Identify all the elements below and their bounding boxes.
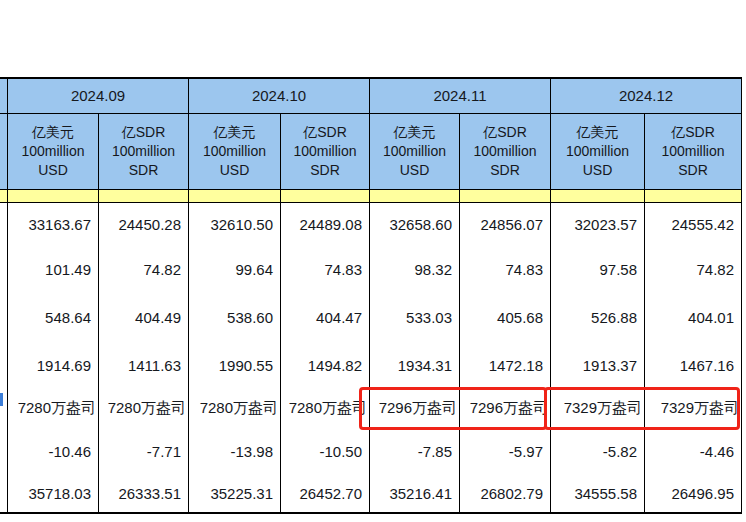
data-cell: 26333.51 <box>99 474 189 513</box>
band-cell <box>551 189 645 202</box>
data-cell: 26802.79 <box>460 474 551 513</box>
table-row: 548.64 404.49 538.60 404.47 533.03 405.6… <box>0 293 742 342</box>
unit-header-sdr: 亿SDR 100million SDR <box>645 113 742 189</box>
data-cell: 1934.31 <box>370 342 460 389</box>
data-cell: -5.97 <box>460 428 551 474</box>
data-cell: 98.32 <box>370 246 460 293</box>
highlight-box-2024-11 <box>359 387 547 430</box>
band-cell <box>8 189 99 202</box>
cutoff-blue-mark <box>0 393 3 406</box>
unit-line: 100million <box>8 142 98 161</box>
unit-line: 亿美元 <box>370 123 459 142</box>
data-cell: 34555.58 <box>551 474 645 513</box>
month-header-2024-09: 2024.09 <box>8 78 189 113</box>
data-cell: 1494.82 <box>281 342 370 389</box>
band-cell <box>370 189 460 202</box>
data-cell: -5.82 <box>551 428 645 474</box>
table-row: 101.49 74.82 99.64 74.83 98.32 74.83 97.… <box>0 246 742 293</box>
data-cell: 404.01 <box>645 293 742 342</box>
data-cell: -4.46 <box>645 428 742 474</box>
data-cell: 7280万盎司 <box>281 389 370 428</box>
table-row: 35718.03 26333.51 35225.31 26452.70 3521… <box>0 474 742 513</box>
unit-line: USD <box>8 161 98 180</box>
data-cell: 1467.16 <box>645 342 742 389</box>
data-cell: 35216.41 <box>370 474 460 513</box>
data-cell: 74.82 <box>645 246 742 293</box>
cutoff-column-sliver <box>0 428 8 474</box>
data-cell: -7.85 <box>370 428 460 474</box>
data-cell: 26496.95 <box>645 474 742 513</box>
band-cell <box>281 189 370 202</box>
table-row: 33163.67 24450.28 32610.50 24489.08 3265… <box>0 202 742 246</box>
data-cell: 35718.03 <box>8 474 99 513</box>
unit-line: USD <box>189 161 280 180</box>
unit-header-sdr: 亿SDR 100million SDR <box>99 113 189 189</box>
data-cell: 404.47 <box>281 293 370 342</box>
data-cell: 32610.50 <box>189 202 281 246</box>
data-cell: -13.98 <box>189 428 281 474</box>
table-row: 1914.69 1411.63 1990.55 1494.82 1934.31 … <box>0 342 742 389</box>
data-cell: 1990.55 <box>189 342 281 389</box>
unit-line: 亿SDR <box>281 123 369 142</box>
yellow-separator-row <box>0 189 742 202</box>
unit-line: 亿SDR <box>460 123 550 142</box>
data-cell: 24489.08 <box>281 202 370 246</box>
unit-line: 100million <box>551 142 644 161</box>
data-cell: 7280万盎司 <box>189 389 281 428</box>
cutoff-column-sliver <box>0 342 8 389</box>
unit-line: 100million <box>99 142 188 161</box>
cutoff-column-sliver <box>0 202 8 246</box>
data-cell: 404.49 <box>99 293 189 342</box>
data-cell: 32023.57 <box>551 202 645 246</box>
cutoff-column-sliver <box>0 474 8 513</box>
cutoff-column-sliver <box>0 246 8 293</box>
data-cell: 24856.07 <box>460 202 551 246</box>
data-cell: 7280万盎司 <box>8 389 99 428</box>
unit-line: 亿美元 <box>189 123 280 142</box>
unit-header-usd: 亿美元 100million USD <box>189 113 281 189</box>
reserves-table: 2024.09 2024.10 2024.11 2024.12 亿美元 100m… <box>0 77 742 514</box>
unit-header-usd: 亿美元 100million USD <box>8 113 99 189</box>
data-cell: 74.82 <box>99 246 189 293</box>
highlight-box-2024-12 <box>544 387 740 430</box>
unit-line: SDR <box>281 161 369 180</box>
month-header-2024-10: 2024.10 <box>189 78 370 113</box>
unit-header-sdr: 亿SDR 100million SDR <box>281 113 370 189</box>
data-cell: 1913.37 <box>551 342 645 389</box>
unit-header-usd: 亿美元 100million USD <box>370 113 460 189</box>
data-cell: 101.49 <box>8 246 99 293</box>
unit-line: 亿美元 <box>8 123 98 142</box>
month-header-2024-11: 2024.11 <box>370 78 551 113</box>
cutoff-column-sliver <box>0 293 8 342</box>
month-header-2024-12: 2024.12 <box>551 78 742 113</box>
data-cell: 548.64 <box>8 293 99 342</box>
spreadsheet-screenshot: 2024.09 2024.10 2024.11 2024.12 亿美元 100m… <box>0 0 746 522</box>
unit-header-usd: 亿美元 100million USD <box>551 113 645 189</box>
cutoff-column-sliver <box>0 189 8 202</box>
data-cell: 1914.69 <box>8 342 99 389</box>
band-cell <box>189 189 281 202</box>
data-cell: -7.71 <box>99 428 189 474</box>
unit-line: USD <box>370 161 459 180</box>
data-cell: 533.03 <box>370 293 460 342</box>
unit-line: SDR <box>460 161 550 180</box>
cutoff-column-sliver <box>0 113 8 189</box>
unit-line: 100million <box>281 142 369 161</box>
unit-line: SDR <box>99 161 188 180</box>
unit-header-row: 亿美元 100million USD 亿SDR 100million SDR 亿… <box>0 113 742 189</box>
data-cell: 24450.28 <box>99 202 189 246</box>
unit-header-sdr: 亿SDR 100million SDR <box>460 113 551 189</box>
unit-line: 亿SDR <box>99 123 188 142</box>
data-cell: 1472.18 <box>460 342 551 389</box>
data-cell: 99.64 <box>189 246 281 293</box>
data-cell: 24555.42 <box>645 202 742 246</box>
month-header-row: 2024.09 2024.10 2024.11 2024.12 <box>0 78 742 113</box>
data-cell: -10.46 <box>8 428 99 474</box>
band-cell <box>99 189 189 202</box>
unit-line: 100million <box>460 142 550 161</box>
data-cell: 35225.31 <box>189 474 281 513</box>
data-cell: 7280万盎司 <box>99 389 189 428</box>
data-cell: 97.58 <box>551 246 645 293</box>
band-cell <box>460 189 551 202</box>
unit-line: 亿美元 <box>551 123 644 142</box>
